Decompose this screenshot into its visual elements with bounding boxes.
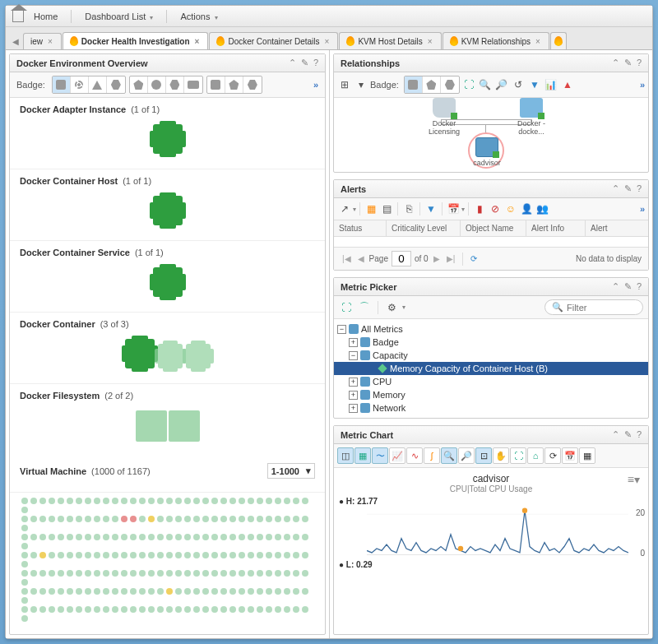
vm-dot[interactable] [112,534,118,540]
filter-icon[interactable]: ▼ [424,202,438,216]
vm-dot[interactable] [229,534,236,540]
vm-dot[interactable] [39,552,46,558]
vm-dot[interactable] [76,552,82,558]
vm-dot[interactable] [220,588,227,595]
vm-dot[interactable] [293,570,299,577]
vm-dot[interactable] [157,498,164,504]
vm-dot[interactable] [184,516,191,522]
edit-icon[interactable]: ✎ [624,281,632,292]
help-icon[interactable]: ? [637,58,642,68]
vm-dot[interactable] [275,534,281,540]
vm-dot[interactable] [175,552,182,558]
vm-dot[interactable] [175,588,182,595]
vm-dot[interactable] [211,498,218,504]
vm-dot[interactable] [257,516,263,522]
vm-dot[interactable] [94,498,100,504]
vm-dot[interactable] [139,588,146,595]
vm-dot[interactable] [49,588,55,595]
tag-red-icon[interactable]: ▮ [472,202,487,216]
badge-11[interactable] [243,76,262,93]
vm-dot[interactable] [103,498,109,504]
vm-dot[interactable] [275,588,281,595]
vm-dot[interactable] [139,534,146,540]
vm-dot[interactable] [58,570,64,577]
vm-dot[interactable] [175,516,182,522]
vm-dot[interactable] [202,588,209,595]
expand-icon[interactable]: » [640,204,645,214]
help-icon[interactable]: ? [637,429,642,440]
vm-dot[interactable] [85,498,91,504]
vm-dot[interactable] [175,498,182,504]
vm-dot[interactable] [229,588,236,595]
vm-dot[interactable] [275,570,281,577]
vm-dot[interactable] [211,552,218,558]
close-icon[interactable]: × [534,37,542,46]
vm-dot[interactable] [112,552,118,558]
fs-block[interactable] [169,410,200,442]
node-licensing[interactable]: Docker Licensing [419,98,469,136]
collapse-icon[interactable]: ⌃ [612,183,619,194]
vm-dot[interactable] [239,606,245,613]
vm-dot[interactable] [76,570,82,577]
badge-6[interactable] [148,76,166,93]
vm-dot[interactable] [58,606,64,613]
vm-dot[interactable] [211,606,218,613]
vm-dot[interactable] [85,516,91,522]
vm-dot[interactable] [39,588,46,595]
health-block[interactable] [158,344,183,368]
badge-5[interactable] [130,76,148,93]
vm-dot[interactable] [220,498,227,504]
vm-dot[interactable] [121,588,127,595]
vm-dot[interactable] [139,516,146,522]
vm-dot[interactable] [67,606,73,613]
vm-dot[interactable] [302,588,308,595]
vm-dot[interactable] [21,534,28,540]
vm-dot[interactable] [248,498,254,504]
vm-dot[interactable] [302,570,308,577]
toggle-icon[interactable]: − [349,351,358,360]
vm-dot[interactable] [157,606,164,613]
chart-refresh-icon[interactable]: ⟳ [544,447,561,464]
home-icon[interactable] [12,11,24,22]
vm-dot[interactable] [49,570,55,577]
vm-dot[interactable] [257,498,263,504]
badge-health[interactable] [53,76,71,93]
vm-dot[interactable] [293,588,299,595]
badge-8[interactable] [184,76,202,93]
vm-dot[interactable] [202,606,209,613]
close-icon[interactable]: × [46,37,54,46]
vm-dot[interactable] [266,570,272,577]
vm-dot[interactable] [139,570,146,577]
vm-dot[interactable] [21,597,28,604]
chart-menu-icon[interactable]: ≡▾ [628,473,640,486]
first-page-icon[interactable]: |◀ [341,254,353,263]
vm-dot[interactable] [266,552,272,558]
vm-dot[interactable] [21,579,28,586]
vm-dot[interactable] [30,588,37,595]
toggle-icon[interactable]: + [349,391,358,400]
vm-dot[interactable] [302,606,308,613]
vm-dot[interactable] [248,552,254,558]
vm-range-select[interactable]: 1-1000 ▾ [267,463,315,479]
vm-dot[interactable] [293,534,299,540]
vm-dot[interactable] [266,588,272,595]
expand-all-icon[interactable]: ⛶ [339,300,354,315]
vm-dot[interactable] [21,552,28,558]
fit-icon[interactable]: ⛶ [461,77,476,92]
health-block[interactable] [186,344,211,368]
edit-icon[interactable]: ✎ [301,58,308,68]
vm-dot[interactable] [257,606,263,613]
vm-dot[interactable] [239,570,245,577]
expand-icon[interactable]: » [640,80,645,90]
vm-dot[interactable] [103,606,109,613]
vm-dot[interactable] [94,588,100,595]
badge-4[interactable] [107,76,125,93]
vm-dot[interactable] [275,606,281,613]
alert-icon[interactable]: ▲ [560,77,575,92]
vm-dot[interactable] [202,534,209,540]
badge-health[interactable] [405,76,423,93]
vm-dot[interactable] [239,516,245,522]
vm-dot[interactable] [266,534,272,540]
help-icon[interactable]: ? [637,183,642,194]
vm-dot[interactable] [67,552,73,558]
